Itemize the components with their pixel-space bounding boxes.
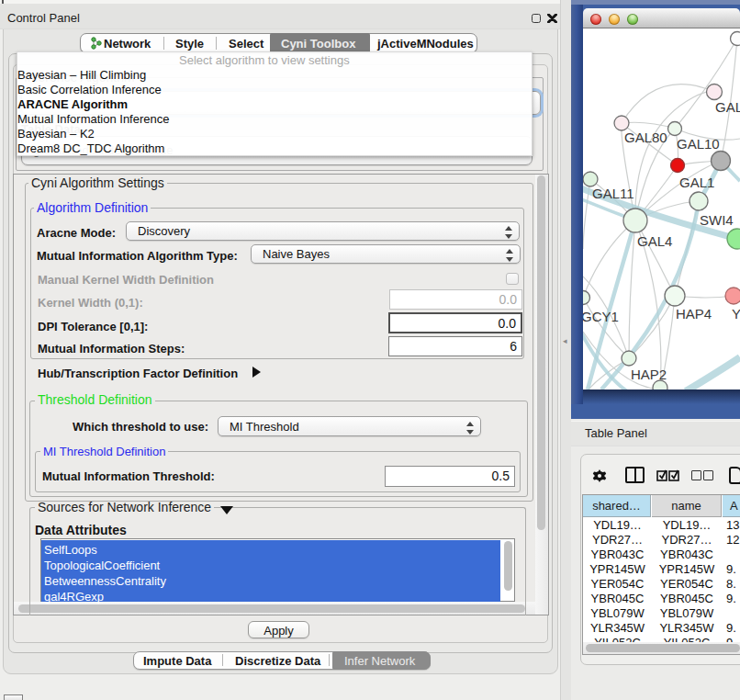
- svg-text:GAL80: GAL80: [624, 130, 667, 145]
- svg-text:GAL10: GAL10: [677, 136, 720, 152]
- svg-text:SWI4: SWI4: [700, 212, 734, 228]
- svg-text:GAL1: GAL1: [679, 175, 714, 190]
- svg-text:GCY1: GCY1: [583, 309, 619, 324]
- svg-text:GAL11: GAL11: [592, 186, 634, 201]
- svg-text:GAL: GAL: [715, 99, 740, 115]
- svg-text:HAP2: HAP2: [631, 367, 667, 382]
- svg-text:HAP4: HAP4: [676, 306, 712, 322]
- svg-text:Y: Y: [732, 306, 740, 322]
- svg-text:GAL4: GAL4: [637, 233, 672, 249]
